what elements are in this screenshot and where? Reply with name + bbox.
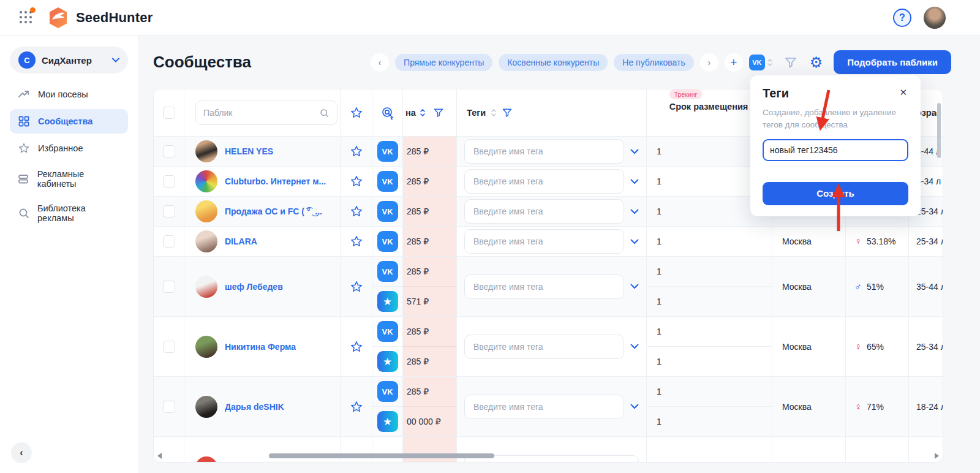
chevron-down-icon[interactable] [630,404,639,409]
page-title: Сообщества [153,53,251,72]
chevron-down-icon[interactable] [630,284,639,289]
apps-grid-icon[interactable] [20,11,33,25]
price-column-header[interactable]: на [405,108,416,118]
chip-indirect-competitors[interactable]: Косвенные конкуренты [499,54,608,71]
horizontal-scrollbar-thumb[interactable] [269,453,494,458]
tag-input[interactable]: Введите имя тега [464,139,624,164]
tag-input[interactable]: Введите имя тега [464,169,624,194]
chip-do-not-publish[interactable]: Не публиковать [614,54,693,71]
row-checkbox[interactable] [163,205,175,218]
price-filter-icon[interactable] [433,107,444,118]
account-avatar: С [18,51,36,69]
chevron-down-icon[interactable] [630,344,639,349]
vk-icon: VK [377,141,398,162]
tag-input[interactable]: Введите имя тега [464,199,624,224]
favorite-star-icon[interactable] [350,145,363,158]
tag-input[interactable]: Введите имя тега [464,395,624,419]
sort-icon [767,58,773,67]
favorites-column-icon[interactable] [350,106,363,119]
scroll-right-arrow[interactable] [935,453,939,459]
star-icon [17,142,31,154]
tag-input[interactable]: Введите имя тега [464,335,624,359]
row-checkbox[interactable] [163,341,175,353]
sidebar-item-favorites[interactable]: Избранное [10,136,128,161]
placement-term: 1 [647,377,772,406]
vk-icon: VK [377,201,398,222]
public-name-link[interactable]: Дарья deSHIK [225,402,284,412]
favorite-star-icon[interactable] [350,280,363,293]
sidebar-item-communities[interactable]: Сообщества [10,109,128,134]
star-platform-icon: ★ [377,291,398,312]
price-value: 285 ₽ [403,377,456,406]
favorite-star-icon[interactable] [350,205,363,218]
notification-dot [30,7,36,13]
chevron-down-icon[interactable] [630,149,639,154]
add-tag-group-button[interactable]: + [725,53,743,72]
close-icon[interactable]: ✕ [898,86,908,98]
row-checkbox[interactable] [163,175,175,187]
female-icon: ♀ [854,236,862,247]
avatar [195,140,217,162]
scroll-left-arrow[interactable] [157,453,162,459]
favorite-star-icon[interactable] [350,175,363,188]
sidebar-item-my-seedings[interactable]: Мои посевы [10,82,128,107]
vk-platform-sort[interactable]: VK [749,55,773,70]
vertical-scrollbar[interactable] [937,103,941,158]
public-name-link[interactable]: DILARA [225,236,257,246]
favorite-star-icon[interactable] [350,340,363,354]
sidebar-collapse-button[interactable]: ‹ [11,442,32,463]
select-publics-button[interactable]: Подобрать паблики [834,50,951,74]
row-checkbox[interactable] [163,145,175,157]
chips-scroll-left-button[interactable]: ‹ [371,53,389,72]
price-value: 285 ₽ [403,346,456,376]
new-tag-input[interactable] [763,139,908,161]
tag-input[interactable]: Введите имя тега [464,274,624,299]
placement-term: 1 [647,257,772,286]
public-search-input[interactable] [203,108,314,118]
sidebar-item-ad-library[interactable]: Библиотека рекламы [10,197,128,229]
filter-icon[interactable] [784,56,797,69]
favorite-star-icon[interactable] [350,235,363,248]
favorite-star-icon[interactable] [350,400,363,414]
user-avatar[interactable] [924,7,946,29]
row-checkbox[interactable] [163,401,175,413]
sidebar-item-label: Рекламные кабинеты [37,169,121,189]
chevron-down-icon[interactable] [630,239,639,244]
placement-term: 1 [647,406,772,436]
chevron-down-icon[interactable] [630,209,639,214]
chips-scroll-right-button[interactable]: › [700,53,718,72]
search-icon [17,207,30,219]
tags-filter-icon[interactable] [502,107,513,118]
tags-column-header[interactable]: Теги [467,108,486,118]
public-name-link[interactable]: Clubturbo. Интернет м... [225,176,326,186]
select-all-checkbox[interactable] [163,107,175,119]
sort-icon[interactable] [420,108,426,118]
seedhunter-logo-icon [47,6,70,29]
row-checkbox[interactable] [163,281,175,293]
price-value: 285 ₽ [403,227,456,256]
public-name-link[interactable]: HELEN YES [225,146,273,156]
sidebar-item-ad-cabinets[interactable]: Рекламные кабинеты [10,163,128,195]
help-icon[interactable]: ? [893,9,911,27]
chevron-down-icon[interactable] [630,179,639,184]
horizontal-scrollbar[interactable] [157,453,939,459]
female-icon: ♀ [854,401,862,412]
brand[interactable]: SeedHunter [47,6,153,29]
create-tag-button[interactable]: Создать [763,182,908,205]
row-checkbox[interactable] [163,235,175,248]
public-name-link[interactable]: шеф Лебедев [225,282,283,292]
vk-icon: VK [377,261,398,282]
price-value: 571 ₽ [403,286,456,316]
placement-column-header[interactable]: Срок размещения [669,102,748,112]
platform-click-icon[interactable] [380,105,395,120]
chip-direct-competitors[interactable]: Прямые конкуренты [395,54,492,71]
account-selector[interactable]: С СидХантер [10,47,128,74]
vk-icon: VK [377,321,398,342]
placement-term: 1 [647,317,772,346]
tag-input[interactable]: Введите имя тега [464,229,624,254]
public-name-link[interactable]: Никитина Ферма [225,342,296,352]
avatar [195,276,217,298]
public-name-link[interactable]: Продажа ОС и FC ( ͡° ͜ ... [225,206,322,216]
gear-icon[interactable]: ⚙ [810,54,823,71]
sort-icon[interactable] [491,108,497,118]
